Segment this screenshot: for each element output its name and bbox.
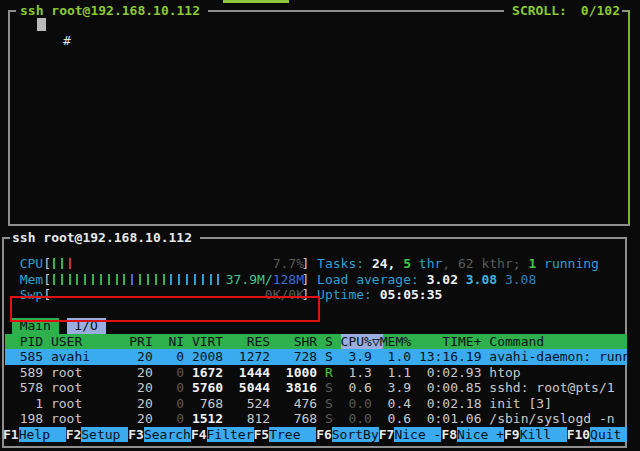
fn-key-f1[interactable]: F1 [3,427,19,442]
col-header-pri: PRI [129,334,152,349]
fn-keys: F1Help F2Setup F3SearchF4FilterF5Tree F6… [3,427,627,443]
cell-cmd: /sbin/syslogd -n [489,411,627,426]
cell-shr: 3816 [278,380,317,395]
cell-s: S [325,411,333,426]
cell-time: 0:02.18 [411,396,481,411]
cell-time: 0:01.06 [411,411,481,426]
cell-cpu: 3.9 [341,349,372,364]
scroll-value: 0/102 [581,3,620,18]
cell-pid: 198 [4,411,43,426]
htop-content: CPU[7.7%]Tasks: 24, 5 thr, 62 kthr; 1 ru… [2,256,627,443]
bottom-terminal-pane[interactable]: ssh root@192.168.10.112 CPU[7.7%]Tasks: … [2,230,627,448]
cell-shr: 728 [278,349,317,364]
cell-virt: 5760 [192,380,223,395]
cell-virt: 1512 [192,411,223,426]
cell-pri: 20 [129,411,152,426]
cell-ni: 0 [161,380,184,395]
col-header-mem: MEM% [380,334,411,349]
process-row[interactable]: 585 avahi 20 0 2008 1272 728 S 3.9 1.0 1… [2,349,627,365]
fn-label-quit[interactable]: Quit [590,427,627,442]
process-cells: 585 avahi 20 0 2008 1272 728 S 3.9 1.0 1… [4,349,627,365]
cell-pri: 20 [129,365,152,380]
shell-prompt-line[interactable]: # [16,17,71,33]
top-pane-border-bottom [8,224,630,226]
cell-user: root [51,365,129,380]
cell-cpu: 0.0 [341,411,372,426]
process-row[interactable]: 1 root 20 0 768 524 476 S 0.0 0.4 0:02.1… [2,396,627,412]
fn-key-f10[interactable]: F10 [567,427,590,442]
cell-ni: 0 [161,396,184,411]
col-header-res: RES [231,334,270,349]
top-pane-border-right [628,10,630,226]
cell-s: S [325,349,333,364]
top-pane-border-left [8,10,10,226]
fn-label-sortby[interactable]: SortBy [332,427,379,442]
fn-label-tree[interactable]: Tree [269,427,316,442]
fn-label-search[interactable]: Search [144,427,191,442]
col-header-shr: SHR [278,334,317,349]
fn-key-f6[interactable]: F6 [316,427,332,442]
cell-s: S [325,396,333,411]
cell-res: 5044 [231,380,270,395]
function-key-bar: F1Help F2Setup F3SearchF4FilterF5Tree F6… [2,427,627,443]
cell-time: 0:00.85 [411,380,481,395]
fn-label-filter[interactable]: Filter [207,427,254,442]
col-header-user: USER [51,334,129,349]
mem-meter-label: Mem [20,272,43,288]
fn-label-nice-[interactable]: Nice - [394,427,441,442]
fn-label-nice+[interactable]: Nice + [457,427,504,442]
cell-shr: 768 [278,411,317,426]
cell-mem: 0.6 [380,411,411,426]
cell-shr: 1000 [278,365,317,380]
process-row[interactable]: 589 root 20 0 1672 1444 1000 R 1.3 1.1 0… [2,365,627,381]
cell-cmd: init [3] [489,396,627,411]
fn-label-kill[interactable]: Kill [520,427,567,442]
cell-mem: 1.1 [380,365,411,380]
cell-res: 812 [231,411,270,426]
process-cells: 578 root 20 0 5760 5044 3816 S 0.6 3.9 0… [4,380,627,396]
cell-ni: 0 [161,365,184,380]
fn-label-setup[interactable]: Setup [81,427,128,442]
mem-meter-value: 37.9M/128M [45,272,304,288]
cpu-meter-label: CPU [20,256,43,272]
cell-user: avahi [51,349,129,364]
bottom-pane-border-bottom [2,446,627,448]
fn-key-f7[interactable]: F7 [379,427,395,442]
prompt-symbol: # [63,33,71,48]
fn-key-f8[interactable]: F8 [441,427,457,442]
cell-mem: 0.4 [380,396,411,411]
cell-pid: 589 [4,365,43,380]
cell-virt: 768 [192,396,223,411]
bottom-pane-titlebar: ssh root@192.168.10.112 [2,230,627,246]
process-row[interactable]: 198 root 20 0 1512 812 768 S 0.0 0.6 0:0… [2,411,627,427]
process-cells: 589 root 20 0 1672 1444 1000 R 1.3 1.1 0… [4,365,627,381]
cell-user: root [51,380,129,395]
cell-res: 1272 [231,349,270,364]
cell-cpu: 0.6 [341,380,372,395]
cell-pid: 578 [4,380,43,395]
cell-pri: 20 [129,396,152,411]
fn-key-f4[interactable]: F4 [191,427,207,442]
cell-user: root [51,396,129,411]
cpu-meter: CPU[7.7%]Tasks: 24, 5 thr, 62 kthr; 1 ru… [2,256,627,272]
cell-cmd: avahi-daemon: running [489,349,627,364]
fn-key-f9[interactable]: F9 [504,427,520,442]
cell-res: 524 [231,396,270,411]
fn-label-help[interactable]: Help [19,427,66,442]
scroll-indicator[interactable]: SCROLL:0/102 [512,3,620,19]
cell-mem: 1.0 [380,349,411,364]
process-row[interactable]: 578 root 20 0 5760 5044 3816 S 0.6 3.9 0… [2,380,627,396]
cell-cpu: 1.3 [341,365,372,380]
fn-key-f3[interactable]: F3 [128,427,144,442]
top-terminal-pane[interactable]: ssh root@192.168.10.112 SCROLL:0/102 # [8,3,630,226]
col-header-s: S [325,334,333,349]
cell-pri: 20 [129,349,152,364]
cell-shr: 476 [278,396,317,411]
process-cells: 198 root 20 0 1512 812 768 S 0.0 0.6 0:0… [4,411,627,427]
col-header-pid: PID [4,334,43,349]
fn-key-f2[interactable]: F2 [66,427,82,442]
col-header-ni: NI [161,334,184,349]
process-table-header[interactable]: PID USER PRI NI VIRT RES SHR S CPU%▽MEM%… [2,334,627,350]
cell-ni: 0 [161,411,184,426]
fn-key-f5[interactable]: F5 [254,427,270,442]
